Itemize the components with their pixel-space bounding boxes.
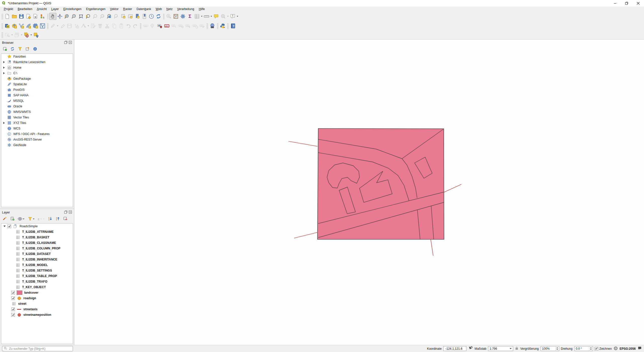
menu-einstellungen[interactable]: Einstellungen	[61, 7, 84, 11]
undo-button[interactable]	[125, 22, 132, 29]
new-virtual-layer-button[interactable]	[32, 22, 39, 29]
toolbar-handle[interactable]	[47, 23, 49, 29]
browser-item-c-drive[interactable]: C:\	[1, 70, 73, 76]
show-bookmarks-button[interactable]	[127, 13, 134, 20]
browser-item-wcs[interactable]: WCS	[1, 126, 73, 131]
cut-features-button[interactable]	[104, 22, 111, 29]
new-project-button[interactable]	[4, 13, 11, 20]
coordinate-field[interactable]	[443, 346, 466, 351]
browser-item-arcgis-rest-server[interactable]: ArcGIS-REST-Server	[1, 137, 73, 142]
open-project-button[interactable]	[11, 13, 18, 20]
layer-row-streetaxis[interactable]: streetaxis	[1, 306, 73, 312]
text-annotation-dropdown[interactable]	[237, 16, 238, 17]
close-panel-icon[interactable]	[69, 210, 72, 214]
menu-bearbeiten[interactable]: Bearbeiten	[15, 7, 34, 11]
layer-row-table[interactable]: T_ILI2DB_SETTINGS	[1, 268, 73, 273]
help-button[interactable]: ?	[229, 22, 236, 29]
manage-map-themes-button[interactable]	[18, 216, 25, 221]
delete-selected-button[interactable]	[97, 22, 104, 29]
vertex-tool-button[interactable]	[80, 22, 87, 29]
layer-row-table[interactable]: T_ILI2DB_BASKET	[1, 235, 73, 240]
browser-item-wms-wmts[interactable]: WMS/WMTS	[1, 109, 73, 115]
expander-icon[interactable]	[3, 67, 5, 69]
show-layout-manager-button[interactable]	[32, 13, 39, 20]
close-panel-icon[interactable]	[69, 41, 72, 45]
label-highlight-button[interactable]: abc	[163, 22, 170, 29]
data-source-manager-button[interactable]	[4, 22, 11, 29]
layer-row-table[interactable]: T_ILI2DB_TRAFO	[1, 279, 73, 284]
label-toolbar-button[interactable]: abc	[142, 22, 149, 29]
add-selected-layers-button[interactable]	[3, 47, 7, 52]
layer-row-table[interactable]: T_ILI2DB_ATTRNAME	[1, 229, 73, 235]
layer-checkbox[interactable]	[11, 307, 15, 311]
zoom-native-button[interactable]: 1:1	[99, 13, 106, 20]
toolbar-handle[interactable]	[206, 23, 208, 29]
layer-checkbox[interactable]	[11, 313, 15, 317]
save-project-button[interactable]	[18, 13, 25, 20]
copy-features-button[interactable]	[111, 22, 118, 29]
menu-layer[interactable]: Layer	[49, 7, 61, 11]
magnifier-spinbox[interactable]: 100%	[541, 346, 559, 351]
menu-hilfe[interactable]: Hilfe	[196, 7, 207, 11]
toolbar-handle[interactable]	[217, 23, 218, 29]
add-to-overview-button[interactable]	[32, 31, 39, 38]
browser-item-xyz-tiles[interactable]: XYZ Tiles	[1, 120, 73, 126]
browser-item-raeumliche-lesezeichen[interactable]: Räumliche Lesezeichen	[1, 59, 73, 65]
float-panel-icon[interactable]	[64, 41, 67, 45]
new-print-layout-button[interactable]	[25, 13, 32, 20]
metasearch-button[interactable]	[209, 22, 216, 29]
new-bookmark-button[interactable]	[120, 13, 127, 20]
layer-row-landcover[interactable]: landcover	[1, 290, 73, 295]
browser-item-geopackage[interactable]: GeoPackage	[1, 76, 73, 81]
show-hidden-labels-button[interactable]: abc	[177, 22, 184, 29]
zoom-to-layer-button[interactable]	[92, 13, 99, 20]
layer-row-table[interactable]: T_ILI2DB_COLUMN_PROP	[1, 246, 73, 251]
new-shapefile-layer-button[interactable]	[18, 22, 25, 29]
spin-up-icon[interactable]	[556, 347, 558, 348]
zoom-to-selection-button[interactable]	[85, 13, 92, 20]
expander-icon[interactable]	[3, 122, 5, 124]
spin-down-icon[interactable]	[590, 349, 592, 350]
python-console-button[interactable]	[219, 22, 226, 29]
toolbar-handle[interactable]	[1, 32, 3, 38]
open-layer-styling-button[interactable]	[3, 216, 7, 222]
layer-labeling-options-button[interactable]	[149, 22, 156, 29]
measure-button[interactable]	[203, 13, 210, 20]
expander-icon[interactable]	[3, 72, 5, 74]
pin-labels-button[interactable]: abc	[170, 22, 177, 29]
labeling-button[interactable]: ab	[156, 22, 163, 29]
browser-item-vector-tiles[interactable]: Vector Tiles	[1, 115, 73, 120]
refresh-browser-button[interactable]	[10, 47, 15, 52]
zoom-full-button[interactable]	[77, 13, 85, 20]
menu-verarbeitung[interactable]: Verarbeitung	[175, 7, 196, 11]
locator-search-input[interactable]	[9, 347, 71, 351]
new-spatial-bookmark-button[interactable]	[134, 13, 141, 20]
crs-value[interactable]: EPSG:2056	[620, 347, 636, 350]
attribute-table-button[interactable]	[193, 13, 200, 20]
spin-up-icon[interactable]	[590, 347, 592, 348]
current-edits-dropdown[interactable]	[57, 25, 58, 26]
save-layer-edits-button[interactable]	[66, 22, 73, 29]
rotate-label-button[interactable]: abc	[191, 22, 198, 29]
collapse-all-button[interactable]	[25, 47, 30, 52]
render-checkbox-group[interactable]: Zeichnen	[595, 347, 612, 350]
browser-item-wfs[interactable]: WFS / OGC API - Features	[1, 131, 73, 137]
toggle-editing-button[interactable]	[59, 22, 66, 29]
layer-row-table[interactable]: T_ILI2DB_MODEL	[1, 262, 73, 268]
properties-widget-button[interactable]: i	[33, 47, 37, 52]
toolbar-handle[interactable]	[163, 13, 165, 19]
browser-item-postgis[interactable]: PostGIS	[1, 87, 73, 93]
statistical-summary-button[interactable]: Σ	[186, 13, 193, 20]
lock-scale-icon[interactable]	[515, 346, 518, 351]
menu-vektor[interactable]: Vektor	[108, 7, 121, 11]
geocoder-dropdown[interactable]	[227, 16, 229, 17]
new-temporary-scratch-layer-button[interactable]	[39, 22, 46, 29]
browser-item-geonode[interactable]: GeoNode	[1, 142, 73, 148]
select-by-form-dropdown[interactable]	[21, 34, 22, 35]
layer-checkbox[interactable]	[11, 291, 15, 294]
expander-icon[interactable]	[3, 61, 5, 63]
change-label-button[interactable]: abc	[198, 22, 206, 29]
style-manager-button[interactable]: a	[39, 13, 46, 20]
menu-ansicht[interactable]: Ansicht	[34, 7, 49, 11]
pan-to-selection-button[interactable]	[56, 13, 63, 20]
